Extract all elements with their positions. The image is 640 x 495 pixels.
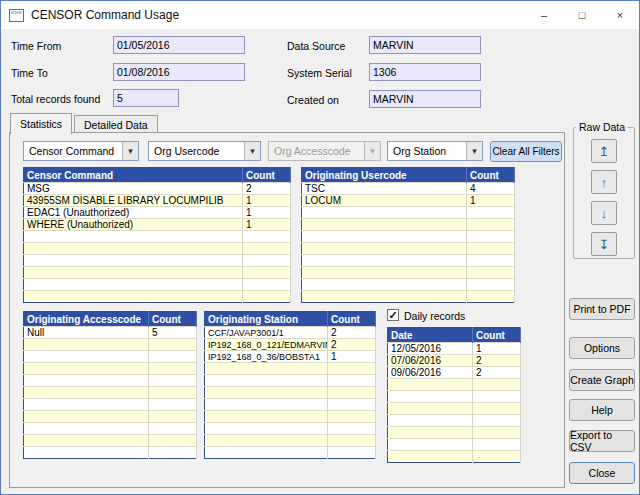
table-row[interactable]: Null5 (24, 327, 197, 339)
cell[interactable]: 2 (473, 367, 521, 379)
table-row[interactable]: 07/06/20162 (388, 355, 521, 367)
table-row[interactable]: TSC4 (302, 183, 515, 195)
cell[interactable]: 43955SM DISABLE LIBRARY LOCUMPILIB (24, 195, 243, 207)
cell[interactable]: 1 (243, 219, 291, 231)
clear-all-filters-button[interactable]: Clear All Filters (490, 141, 562, 162)
column-header[interactable]: Originating Station (205, 312, 328, 327)
column-header[interactable]: Count (243, 168, 291, 183)
empty-row (24, 363, 197, 375)
empty-row (24, 231, 291, 243)
cell[interactable]: 1 (473, 343, 521, 355)
close-button[interactable]: Close (569, 462, 635, 484)
table-row[interactable]: IP192_168_0_36/BOBSTA11 (205, 351, 376, 363)
column-header[interactable]: Count (473, 328, 521, 343)
table-row[interactable]: EDAC1 (Unauthorized)1 (24, 207, 291, 219)
move-to-top-button[interactable]: ↥ (591, 139, 617, 163)
empty-row (302, 267, 515, 279)
originating-accesscode-table[interactable]: Originating AccesscodeCountNull5 (23, 311, 197, 459)
cell[interactable]: 4 (467, 183, 515, 195)
chevron-down-icon[interactable]: ▾ (122, 142, 138, 160)
cell[interactable]: 2 (328, 327, 376, 339)
chevron-down-icon[interactable]: ▾ (244, 142, 260, 160)
censor-command-table[interactable]: Censor CommandCountMSG243955SM DISABLE L… (23, 167, 291, 303)
cell[interactable]: LOCUM (302, 195, 467, 207)
cell (388, 391, 473, 403)
table-row[interactable]: 12/05/20161 (388, 343, 521, 355)
print-to-pdf-button[interactable]: Print to PDF (569, 298, 635, 320)
cell[interactable]: MSG (24, 183, 243, 195)
cell (205, 423, 328, 435)
cell[interactable]: CCF/JAVAP3001/1 (205, 327, 328, 339)
create-graph-button[interactable]: Create Graph (569, 369, 635, 391)
table-row[interactable]: 43955SM DISABLE LIBRARY LOCUMPILIB1 (24, 195, 291, 207)
originating-usercode-table[interactable]: Originating UsercodeCountTSC4LOCUM1 (301, 167, 515, 303)
tab-detailed-data[interactable]: Detailed Data (74, 115, 158, 133)
cell[interactable]: EDAC1 (Unauthorized) (24, 207, 243, 219)
column-header[interactable]: Originating Usercode (302, 168, 467, 183)
column-header[interactable]: Count (328, 312, 376, 327)
daily-records-table[interactable]: DateCount12/05/2016107/06/2016209/06/201… (387, 327, 521, 463)
cell (302, 291, 467, 303)
org-station-dropdown[interactable]: Org Station ▾ (387, 141, 483, 161)
cell[interactable]: TSC (302, 183, 467, 195)
table-row[interactable]: 09/06/20162 (388, 367, 521, 379)
created-on-field[interactable] (369, 90, 481, 108)
system-serial-field[interactable] (369, 63, 481, 81)
cell[interactable]: WHERE (Unauthorized) (24, 219, 243, 231)
move-to-bottom-button[interactable]: ↧ (591, 232, 617, 256)
data-source-field[interactable] (369, 36, 481, 54)
cell (467, 255, 515, 267)
cell[interactable]: Null (24, 327, 149, 339)
cell[interactable]: 09/06/2016 (388, 367, 473, 379)
cell[interactable]: 1 (243, 195, 291, 207)
cell (467, 219, 515, 231)
cell[interactable]: 2 (473, 355, 521, 367)
title-bar[interactable]: CENSOR Command Usage – □ × (1, 1, 639, 29)
cell[interactable]: 1 (328, 351, 376, 363)
cell[interactable]: IP192_168_0_121/EDMARVIN1 (205, 339, 328, 351)
cell[interactable]: 07/06/2016 (388, 355, 473, 367)
chevron-down-icon[interactable]: ▾ (466, 142, 482, 160)
column-header[interactable]: Date (388, 328, 473, 343)
cell (302, 279, 467, 291)
cell (205, 387, 328, 399)
cell (467, 291, 515, 303)
move-down-button[interactable]: ↓ (591, 201, 617, 225)
header-row: DateCount (388, 328, 521, 343)
column-header[interactable]: Censor Command (24, 168, 243, 183)
move-up-button[interactable]: ↑ (591, 170, 617, 194)
options-button[interactable]: Options (569, 337, 635, 359)
cell (467, 243, 515, 255)
table-row[interactable]: CCF/JAVAP3001/12 (205, 327, 376, 339)
originating-station-table[interactable]: Originating StationCountCCF/JAVAP3001/12… (204, 311, 376, 459)
column-header[interactable]: Count (467, 168, 515, 183)
export-to-csv-button[interactable]: Export to CSV (569, 430, 635, 452)
cell[interactable]: 1 (467, 195, 515, 207)
cell[interactable]: 1 (243, 207, 291, 219)
table-row[interactable]: MSG2 (24, 183, 291, 195)
table-row[interactable]: LOCUM1 (302, 195, 515, 207)
daily-records-checkbox[interactable]: ✓ (387, 309, 399, 321)
censor-command-dropdown[interactable]: Censor Command ▾ (23, 141, 139, 161)
time-to-field[interactable] (113, 63, 245, 81)
cell[interactable]: 2 (243, 183, 291, 195)
maximize-icon[interactable]: □ (563, 1, 601, 29)
help-button[interactable]: Help (569, 399, 635, 421)
column-header[interactable]: Count (149, 312, 197, 327)
cell[interactable]: 12/05/2016 (388, 343, 473, 355)
total-records-field[interactable] (113, 89, 179, 107)
cell[interactable]: IP192_168_0_36/BOBSTA1 (205, 351, 328, 363)
cell (149, 447, 197, 459)
table-row[interactable]: WHERE (Unauthorized)1 (24, 219, 291, 231)
cell[interactable]: 2 (328, 339, 376, 351)
column-header[interactable]: Originating Accesscode (24, 312, 149, 327)
table-row[interactable]: IP192_168_0_121/EDMARVIN12 (205, 339, 376, 351)
cell (243, 279, 291, 291)
cell[interactable]: 5 (149, 327, 197, 339)
time-from-field[interactable] (113, 36, 245, 54)
minimize-icon[interactable]: – (525, 1, 563, 29)
close-icon[interactable]: × (601, 1, 639, 29)
tab-statistics[interactable]: Statistics (10, 113, 72, 134)
cell (388, 451, 473, 463)
org-usercode-dropdown[interactable]: Org Usercode ▾ (148, 141, 261, 161)
